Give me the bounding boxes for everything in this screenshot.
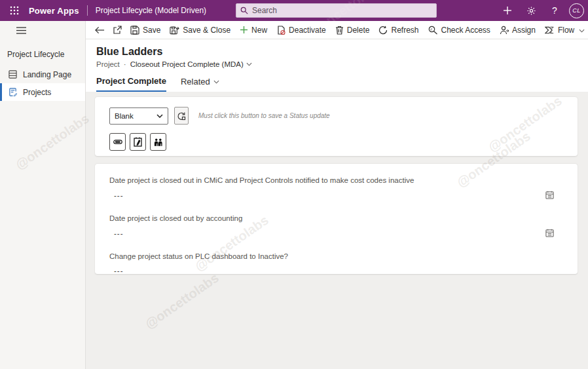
search-icon <box>240 7 248 14</box>
flow-button[interactable]: Flow <box>540 22 588 38</box>
field-value: --- <box>114 229 124 237</box>
related-chevron-icon <box>213 80 219 84</box>
landing-page-icon <box>9 70 17 79</box>
settings-button[interactable] <box>522 1 540 20</box>
app-launcher-waffle-icon[interactable] <box>0 0 29 21</box>
contacts-button[interactable] <box>150 133 166 151</box>
global-search[interactable] <box>236 3 437 18</box>
new-plus-icon <box>240 26 248 34</box>
top-app-bar: Power Apps Project Lifecycle (Model Driv… <box>0 0 588 21</box>
save-status-button[interactable] <box>174 107 189 125</box>
field-input[interactable]: --- <box>109 222 563 239</box>
people-icon <box>153 138 163 147</box>
add-button[interactable] <box>498 1 517 20</box>
status-helper-text: Must click this button to save a Status … <box>198 112 330 119</box>
back-arrow-icon <box>95 26 105 34</box>
flow-chevron-icon <box>579 26 585 35</box>
deactivate-label: Deactivate <box>289 26 326 35</box>
save-label: Save <box>143 26 160 35</box>
refresh-button[interactable]: Refresh <box>374 22 423 38</box>
open-in-new-window-button[interactable] <box>109 22 126 38</box>
check-access-button[interactable]: Check Access <box>424 22 495 38</box>
assign-person-icon <box>500 26 509 35</box>
sidebar-item-projects[interactable]: Projects <box>0 83 85 101</box>
search-input[interactable] <box>252 6 432 15</box>
hamburger-icon <box>16 27 26 34</box>
sitemap-toggle[interactable] <box>0 21 85 39</box>
record-header: Blue Ladders Project · Closeout Project … <box>86 39 588 92</box>
field-cmic-closeout-date: Date project is closed out in CMiC and P… <box>109 170 563 201</box>
field-label: Date project is closed out by accounting <box>109 208 563 222</box>
refresh-label: Refresh <box>391 26 418 35</box>
delete-button[interactable]: Delete <box>331 22 375 38</box>
breadcrumb-separator: · <box>124 60 126 68</box>
form-selector[interactable]: Closeout Project Complete (MDA) <box>130 60 252 68</box>
new-label: New <box>251 26 267 35</box>
command-bar: Save Save & Close New <box>86 21 588 39</box>
app-name[interactable]: Project Lifecycle (Model Driven) <box>96 6 206 15</box>
projects-form-icon <box>9 88 17 96</box>
save-close-label: Save & Close <box>183 26 230 35</box>
status-update-card: Blank Must click this button to save a S… <box>95 97 578 156</box>
notes-button[interactable] <box>130 133 146 151</box>
sidebar-item-label: Projects <box>23 88 51 97</box>
breadcrumb-entity: Project <box>96 60 120 68</box>
question-icon: ? <box>552 5 557 16</box>
avatar-initials: CL <box>572 7 581 14</box>
tab-label: Related <box>181 77 210 87</box>
assign-button[interactable]: Assign <box>495 22 540 38</box>
save-button[interactable]: Save <box>126 22 165 38</box>
paperclip-icon <box>113 138 123 146</box>
note-edit-icon <box>134 137 142 147</box>
deactivate-icon <box>276 26 285 35</box>
check-access-icon <box>428 26 438 35</box>
attachment-button[interactable] <box>109 133 126 151</box>
field-input[interactable]: --- <box>109 260 563 276</box>
back-button[interactable] <box>91 22 109 38</box>
field-accounting-closeout-date: Date project is closed out by accounting… <box>109 208 563 239</box>
waffle-icon <box>10 6 19 15</box>
calendar-icon[interactable] <box>545 229 554 237</box>
form-selector-label: Closeout Project Complete (MDA) <box>130 60 244 68</box>
sidebar-item-landing-page[interactable]: Landing Page <box>0 66 85 83</box>
calendar-icon[interactable] <box>545 191 554 199</box>
sitemap-sidebar: Project Lifecycle Landing Page Projects <box>0 21 86 369</box>
trash-icon <box>335 26 344 35</box>
save-and-close-button[interactable]: Save & Close <box>165 22 235 38</box>
tab-label: Project Complete <box>96 76 166 86</box>
field-value: --- <box>114 191 124 199</box>
form-content: Blank Must click this button to save a S… <box>86 92 588 369</box>
plus-icon <box>503 6 512 15</box>
breadcrumb: Project · Closeout Project Complete (MDA… <box>96 60 588 68</box>
save-close-icon <box>170 26 179 35</box>
dropdown-chevron-icon <box>156 114 163 118</box>
field-label: Date project is closed out in CMiC and P… <box>109 170 563 184</box>
flow-icon <box>545 26 555 34</box>
help-button[interactable]: ? <box>545 1 564 20</box>
tab-related[interactable]: Related <box>181 76 219 92</box>
account-avatar[interactable]: CL <box>569 3 584 18</box>
new-button[interactable]: New <box>235 22 272 38</box>
popout-icon <box>113 26 122 35</box>
refresh-icon <box>378 26 388 35</box>
delete-label: Delete <box>347 26 370 35</box>
tab-project-complete[interactable]: Project Complete <box>96 76 166 92</box>
save-icon <box>130 26 139 35</box>
closeout-fields-card: Date project is closed out in CMiC and P… <box>95 164 578 274</box>
flow-label: Flow <box>558 26 574 35</box>
record-title: Blue Ladders <box>96 46 588 58</box>
power-apps-brand[interactable]: Power Apps <box>29 6 79 16</box>
deactivate-button[interactable]: Deactivate <box>272 22 331 38</box>
topbar-divider <box>87 5 88 16</box>
field-input[interactable]: --- <box>109 184 563 201</box>
field-value: --- <box>114 267 124 275</box>
status-dropdown[interactable]: Blank <box>109 107 168 125</box>
status-dropdown-value: Blank <box>115 112 134 120</box>
form-chevron-icon <box>246 62 252 66</box>
gear-icon <box>526 6 536 16</box>
form-tabs: Project Complete Related <box>96 76 588 92</box>
field-plc-status-inactive: Change project status on PLC dashboard t… <box>109 246 563 276</box>
field-label: Change project status on PLC dashboard t… <box>109 246 563 260</box>
sitemap-group-title: Project Lifecycle <box>0 39 85 66</box>
save-status-refresh-icon <box>177 111 186 121</box>
